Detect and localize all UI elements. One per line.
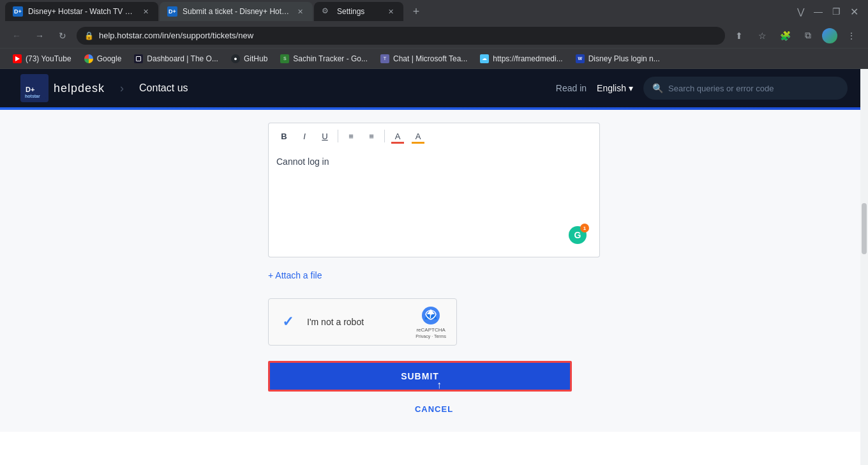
editor-area[interactable]: Cannot log in G 1 xyxy=(268,149,600,257)
youtube-play-icon xyxy=(15,56,20,61)
tab-favicon-3: ⚙ xyxy=(322,6,332,17)
language-selector[interactable]: English ▾ xyxy=(597,83,633,93)
close-button[interactable]: ✕ xyxy=(848,5,860,18)
profile-avatar[interactable] xyxy=(822,28,837,43)
tab-disney-watch[interactable]: D+ Disney+ Hotstar - Watch TV Sho... ✕ xyxy=(5,2,158,21)
framed-favicon-icon: ☁ xyxy=(480,54,489,63)
bookmark-dashboard[interactable]: Dashboard | The O... xyxy=(129,52,223,66)
tab-overflow-button[interactable]: ⋁ xyxy=(794,5,807,18)
security-lock-icon: 🔒 xyxy=(84,31,94,40)
dashboard-favicon-icon xyxy=(134,54,143,63)
disney-word-favicon-icon: W xyxy=(576,54,585,63)
split-screen-button[interactable]: ⧉ xyxy=(799,27,817,45)
youtube-favicon-icon xyxy=(13,54,22,63)
language-arrow-icon: ▾ xyxy=(629,83,633,93)
bookmark-chat[interactable]: T Chat | Microsoft Tea... xyxy=(375,52,472,66)
recaptcha-terms-link[interactable]: Terms xyxy=(434,334,446,339)
github-favicon-icon: ● xyxy=(231,54,240,63)
tab-title-1: Disney+ Hotstar - Watch TV Sho... xyxy=(28,7,135,16)
toolbar-separator-1 xyxy=(338,130,338,142)
main-content: B I U ≡ ≡ A A Cannot log in G 1 xyxy=(0,110,868,432)
bookmark-google[interactable]: Google xyxy=(79,52,127,66)
editor-toolbar: B I U ≡ ≡ A A xyxy=(268,123,600,149)
bookmark-star-button[interactable]: ☆ xyxy=(753,27,771,45)
chat-favicon-icon: T xyxy=(380,54,389,63)
bookmark-disney-word[interactable]: W Disney Plus login n... xyxy=(571,52,665,66)
svg-text:r: r xyxy=(430,312,432,319)
disney-hotstar-logo-svg: D+ hotstar xyxy=(23,77,46,100)
svg-text:D+: D+ xyxy=(26,86,34,93)
search-placeholder-text: Search queries or error code xyxy=(668,84,774,93)
grammarly-icon[interactable]: G 1 xyxy=(569,226,587,244)
bg-color-button[interactable]: A xyxy=(409,127,427,145)
language-text: English xyxy=(597,83,626,93)
bookmark-google-label: Google xyxy=(97,54,122,63)
scrollbar[interactable] xyxy=(860,69,868,465)
bookmark-github[interactable]: ● GitHub xyxy=(226,52,273,66)
recaptcha-logo-icon: r xyxy=(421,305,441,326)
address-input[interactable]: 🔒 help.hotstar.com/in/en/support/tickets… xyxy=(77,27,725,45)
recaptcha-checkmark-icon: ✓ xyxy=(282,314,294,330)
breadcrumb-separator-icon: › xyxy=(120,82,124,95)
bookmark-dashboard-label: Dashboard | The O... xyxy=(147,54,218,63)
bookmark-youtube[interactable]: (73) YouTube xyxy=(8,52,77,66)
cancel-label: CANCEL xyxy=(415,404,453,414)
minimize-button[interactable]: — xyxy=(812,5,825,18)
submit-label: SUBMIT xyxy=(401,371,439,381)
extensions-button[interactable]: 🧩 xyxy=(776,27,794,45)
submit-button[interactable]: SUBMIT ↑ xyxy=(268,361,572,392)
recaptcha-privacy-link[interactable]: Privacy xyxy=(415,334,430,339)
editor-content[interactable]: Cannot log in xyxy=(276,156,592,233)
site-header: D+ hotstar helpdesk › Contact us Read in… xyxy=(0,69,868,107)
unordered-list-button[interactable]: ≡ xyxy=(342,127,360,145)
search-icon: 🔍 xyxy=(652,83,663,93)
bookmark-framed-label: https://framedmedi... xyxy=(493,54,562,63)
browser-chrome: D+ Disney+ Hotstar - Watch TV Sho... ✕ D… xyxy=(0,0,868,69)
google-favicon-icon xyxy=(84,54,93,63)
tab-settings[interactable]: ⚙ Settings ✕ xyxy=(314,2,403,21)
page-title: Contact us xyxy=(139,82,188,94)
tab-favicon-2: D+ xyxy=(167,6,177,17)
recaptcha-brand-text: reCAPTCHA xyxy=(416,327,445,333)
tab-bar: D+ Disney+ Hotstar - Watch TV Sho... ✕ D… xyxy=(0,0,868,23)
bookmark-chat-label: Chat | Microsoft Tea... xyxy=(393,54,467,63)
bg-color-indicator xyxy=(412,142,424,144)
recaptcha-label: I'm not a robot xyxy=(307,317,405,327)
tab-favicon-1: D+ xyxy=(13,6,23,17)
reload-button[interactable]: ↻ xyxy=(54,27,71,45)
logo-helpdesk-text: helpdesk xyxy=(54,82,105,95)
tab-close-1[interactable]: ✕ xyxy=(140,6,151,17)
sachin-favicon-icon: S xyxy=(280,54,289,63)
bookmark-sachin[interactable]: S Sachin Tracker - Go... xyxy=(275,52,373,66)
bold-button[interactable]: B xyxy=(275,127,293,145)
tab-close-3[interactable]: ✕ xyxy=(385,6,396,17)
logo-area[interactable]: D+ hotstar helpdesk xyxy=(20,74,105,102)
scrollbar-thumb[interactable] xyxy=(862,203,867,254)
form-wrapper: B I U ≡ ≡ A A Cannot log in G 1 xyxy=(268,123,600,419)
tab-submit-ticket[interactable]: D+ Submit a ticket - Disney+ Hotsta... ✕ xyxy=(160,2,313,21)
attach-file-label: + Attach a file xyxy=(268,270,322,280)
ordered-list-button[interactable]: ≡ xyxy=(363,127,380,145)
header-right: Read in English ▾ 🔍 Search queries or er… xyxy=(556,77,848,100)
search-bar[interactable]: 🔍 Search queries or error code xyxy=(643,77,848,100)
underline-button[interactable]: U xyxy=(316,127,334,145)
recaptcha-widget[interactable]: ✓ I'm not a robot r reCAPTCHA Privacy · … xyxy=(268,298,457,346)
tab-close-2[interactable]: ✕ xyxy=(295,6,305,17)
bookmark-framed[interactable]: ☁ https://framedmedi... xyxy=(475,52,567,66)
menu-button[interactable]: ⋮ xyxy=(842,27,860,45)
back-button[interactable]: ← xyxy=(8,27,26,45)
font-color-button[interactable]: A xyxy=(389,127,407,145)
new-tab-button[interactable]: + xyxy=(407,3,425,20)
bookmark-youtube-label: (73) YouTube xyxy=(26,54,71,63)
read-in-label: Read in xyxy=(556,83,587,93)
cancel-button[interactable]: CANCEL xyxy=(268,399,600,419)
attach-file-button[interactable]: + Attach a file xyxy=(268,268,600,283)
recaptcha-logo-area: r reCAPTCHA Privacy · Terms xyxy=(415,305,446,339)
share-button[interactable]: ⬆ xyxy=(730,27,748,45)
maximize-button[interactable]: ❐ xyxy=(830,5,842,18)
address-bar: ← → ↻ 🔒 help.hotstar.com/in/en/support/t… xyxy=(0,23,868,49)
forward-button[interactable]: → xyxy=(31,27,49,45)
address-actions: ⬆ ☆ 🧩 ⧉ ⋮ xyxy=(730,27,860,45)
italic-button[interactable]: I xyxy=(296,127,313,145)
bookmarks-bar: (73) YouTube Google Dashboard | The O...… xyxy=(0,49,868,69)
